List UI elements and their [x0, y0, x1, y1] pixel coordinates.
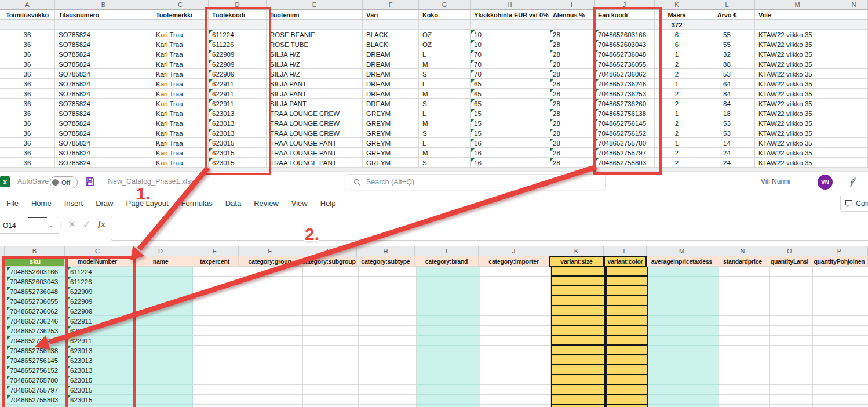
top-cell-maara[interactable]: 2 — [655, 118, 699, 128]
bottom-cell-category-group[interactable] — [240, 267, 303, 277]
bottom-cell-category-subtype[interactable] — [359, 395, 417, 405]
bottom-col-header-category-importer[interactable]: category:importer — [479, 256, 549, 267]
top-cell-ean[interactable]: 7048652736048 — [595, 49, 655, 59]
bottom-cell-modelnumber[interactable] — [67, 405, 132, 407]
bottom-cell-variant-size[interactable] — [551, 326, 606, 336]
top-cell-tuotekoodi[interactable]: 611226 — [209, 39, 267, 49]
top-cell-tilausnumero[interactable]: SO785824 — [55, 158, 152, 168]
top-cell-viite[interactable]: KTAW22 viikko 35 — [755, 49, 840, 59]
bottom-cell-category-importer[interactable] — [480, 316, 551, 326]
bottom-cell-category-subtype[interactable] — [359, 306, 417, 316]
col-letter-name[interactable]: D — [130, 246, 191, 256]
top-cell-arvo[interactable]: 55 — [699, 39, 755, 49]
top-cell-tuotekoodi[interactable]: 611224 — [209, 30, 267, 39]
top-cell-koko[interactable]: M — [419, 148, 471, 158]
bottom-cell-name[interactable] — [132, 306, 193, 316]
bottom-cell-name[interactable] — [132, 296, 193, 306]
top-cell-arvo[interactable]: 53 — [699, 128, 755, 138]
bottom-cell-a[interactable] — [0, 316, 6, 326]
bottom-cell-taxpercent[interactable] — [193, 286, 240, 296]
col-letter-category-subtype[interactable]: H — [357, 246, 415, 256]
bottom-cell-averageinpricetaxless[interactable] — [648, 395, 719, 405]
bottom-cell-variant-size[interactable] — [551, 385, 606, 395]
top-cell-yksikkohinta[interactable]: 70 — [471, 69, 549, 79]
top-cell-vari[interactable]: GREYM — [363, 148, 419, 158]
bottom-cell-modelnumber[interactable]: 623013 — [67, 355, 132, 365]
top-col-header-toimitusviikko[interactable]: Toimitusviikko — [0, 10, 55, 20]
bottom-cell-quantitypohjoinen[interactable] — [813, 365, 868, 375]
avatar[interactable]: VN — [818, 175, 833, 190]
col-letter-tilausnumero[interactable]: B — [55, 0, 152, 10]
ribbon-tab-help[interactable]: Help — [314, 192, 342, 215]
bottom-cell-category-brand[interactable] — [417, 306, 480, 316]
bottom-cell-modelnumber[interactable]: 623015 — [67, 385, 132, 395]
col-letter-category-importer[interactable]: J — [479, 246, 549, 256]
top-cell-maara[interactable]: 2 — [655, 59, 699, 69]
col-letter-alennus[interactable]: I — [549, 0, 595, 10]
top-cell-ean[interactable]: 7048652603043 — [595, 39, 655, 49]
bottom-cell-quantitylansi[interactable] — [770, 355, 813, 365]
col-letter-tuotemerkki[interactable]: C — [152, 0, 209, 10]
top-cell-alennus[interactable]: 28 — [549, 79, 595, 89]
bottom-cell-category-brand[interactable] — [417, 346, 480, 355]
top-col-header-vari[interactable]: Väri — [363, 10, 419, 20]
top-cell-tuotemerkki[interactable]: Kari Traa — [152, 128, 209, 138]
bottom-cell-sku[interactable]: 7048652756145 — [6, 355, 67, 365]
bottom-cell-a[interactable] — [0, 326, 6, 336]
bottom-cell-name[interactable] — [132, 375, 193, 385]
bottom-cell-quantitypohjoinen[interactable] — [813, 375, 868, 385]
bottom-cell-modelnumber[interactable]: 622909 — [67, 306, 132, 316]
bottom-cell-category-group[interactable] — [240, 395, 303, 405]
bottom-col-header-sku[interactable]: sku — [5, 256, 65, 267]
top-col-header-koko[interactable]: Koko — [419, 10, 471, 20]
bottom-cell-category-importer[interactable] — [480, 365, 551, 375]
top-cell-tuotenimi[interactable]: TRAA LOUNGE PANT — [267, 148, 363, 158]
top-cell-tilausnumero[interactable]: SO785824 — [55, 39, 152, 49]
bottom-cell-quantitylansi[interactable] — [770, 277, 813, 286]
bottom-cell-category-brand[interactable] — [417, 267, 480, 277]
top-cell-ean[interactable]: 7048652755803 — [595, 158, 655, 168]
top-cell-ean[interactable]: 7048652736062 — [595, 69, 655, 79]
top-cell-tuotenimi[interactable]: ROSE TUBE — [267, 39, 363, 49]
top-cell-toimitusviikko[interactable]: 36 — [0, 49, 55, 59]
bottom-cell-category-subtype[interactable] — [359, 296, 417, 306]
bottom-cell-category-importer[interactable] — [480, 306, 551, 316]
top-cell-tuotemerkki[interactable]: Kari Traa — [152, 138, 209, 148]
top-cell-tilausnumero[interactable]: SO785824 — [55, 128, 152, 138]
top-cell-n[interactable] — [840, 118, 868, 128]
bottom-cell-a[interactable] — [0, 395, 6, 405]
bottom-cell-a[interactable] — [0, 267, 6, 277]
ribbon-tab-draw[interactable]: Draw — [89, 192, 119, 215]
bottom-cell-modelnumber[interactable]: 622911 — [67, 316, 132, 326]
top-cell-arvo[interactable]: 18 — [699, 108, 755, 118]
bottom-cell-a[interactable] — [0, 336, 6, 346]
top-cell-tilausnumero[interactable]: SO785824 — [55, 148, 152, 158]
bottom-cell-quantitypohjoinen[interactable] — [813, 355, 868, 365]
col-letter-maara[interactable]: K — [655, 0, 699, 10]
bottom-cell-variant-color[interactable] — [606, 365, 648, 375]
top-cell-tuotekoodi[interactable]: 623015 — [209, 148, 267, 158]
bottom-cell-sku[interactable] — [6, 405, 67, 407]
top-cell-koko[interactable]: L — [419, 108, 471, 118]
top-cell-tuotenimi[interactable]: TRAA LOUNGE CREW — [267, 118, 363, 128]
bottom-cell-category-subtype[interactable] — [359, 286, 417, 296]
bottom-cell-variant-color[interactable] — [606, 375, 648, 385]
bottom-cell-taxpercent[interactable] — [193, 306, 240, 316]
top-cell-ean[interactable]: 7048652736260 — [595, 99, 655, 108]
top-subtotal-yksikkohinta[interactable] — [471, 20, 549, 30]
top-cell-maara[interactable]: 1 — [655, 79, 699, 89]
bottom-cell-taxpercent[interactable] — [193, 326, 240, 336]
bottom-cell-quantitylansi[interactable] — [770, 267, 813, 277]
bottom-cell-category-importer[interactable] — [480, 395, 551, 405]
col-letter-a[interactable] — [0, 246, 5, 256]
top-cell-alennus[interactable]: 28 — [549, 128, 595, 138]
bottom-cell-averageinpricetaxless[interactable] — [648, 365, 719, 375]
bottom-col-header-quantitylansi[interactable]: quantityLansi — [768, 256, 811, 267]
bottom-cell-category-brand[interactable] — [417, 355, 480, 365]
bottom-cell-quantitypohjoinen[interactable] — [813, 316, 868, 326]
top-cell-tuotemerkki[interactable]: Kari Traa — [152, 158, 209, 168]
top-cell-alennus[interactable]: 28 — [549, 118, 595, 128]
bottom-cell-taxpercent[interactable] — [193, 267, 240, 277]
top-cell-tuotenimi[interactable]: TRAA LOUNGE PANT — [267, 138, 363, 148]
bottom-cell-variant-size[interactable] — [551, 365, 606, 375]
